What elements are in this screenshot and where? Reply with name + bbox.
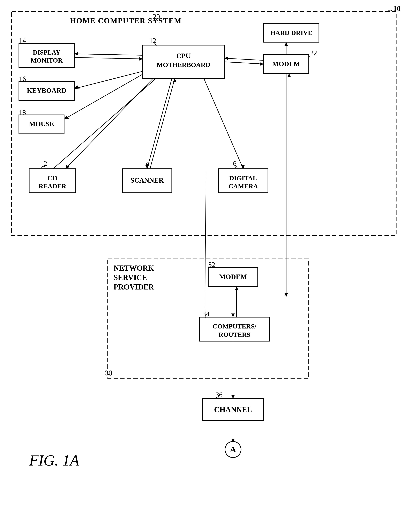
- ref-16: 16: [19, 75, 26, 83]
- ref-10: 10: [393, 4, 401, 12]
- svg-line-31: [150, 78, 175, 169]
- cd-label-line2: READER: [39, 182, 66, 190]
- digital-label-line1: DIGITAL: [229, 175, 257, 182]
- comp-router-label2: ROUTERS: [219, 331, 250, 338]
- nsp-label-line1: NETWORK: [114, 264, 154, 272]
- hard-drive-label: HARD DRIVE: [270, 29, 312, 36]
- point-a-label: A: [230, 445, 236, 454]
- svg-line-14: [224, 62, 264, 64]
- svg-line-20: [74, 57, 143, 59]
- ref-22: 22: [310, 49, 317, 57]
- nsp-label-line3: PROVIDER: [114, 283, 154, 291]
- ref-32: 32: [208, 261, 215, 268]
- svg-marker-13: [284, 42, 288, 46]
- digital-label-line2: CAMERA: [228, 182, 258, 190]
- svg-line-16: [224, 58, 264, 60]
- fig-label: FIG. 1A: [29, 452, 79, 469]
- svg-marker-34: [241, 165, 245, 169]
- svg-line-24: [64, 74, 143, 119]
- cd-label-line1: CD: [48, 174, 57, 182]
- home-system-label: HOME COMPUTER SYSTEM: [70, 17, 182, 25]
- svg-marker-45: [235, 287, 238, 290]
- ref-30: 30: [105, 369, 112, 377]
- scanner-label: SCANNER: [130, 176, 164, 184]
- svg-line-26: [66, 78, 153, 169]
- nsp-modem-label: MODEM: [219, 273, 247, 280]
- svg-marker-25: [64, 116, 69, 119]
- svg-marker-19: [74, 52, 78, 56]
- ref-12: 12: [149, 37, 156, 44]
- svg-marker-38: [287, 74, 291, 77]
- display-label-line2: MONITOR: [30, 57, 63, 64]
- cpu-label-line1: CPU: [176, 52, 191, 60]
- nsp-label-line2: SERVICE: [114, 273, 147, 282]
- modem-top-label: MODEM: [272, 60, 300, 68]
- svg-marker-36: [284, 293, 288, 297]
- svg-marker-15: [260, 62, 264, 66]
- svg-line-28: [147, 78, 172, 169]
- svg-line-18: [74, 54, 143, 55]
- ref-34: 34: [202, 310, 209, 318]
- svg-marker-32: [173, 78, 177, 82]
- channel-label: CHANNEL: [214, 405, 252, 414]
- svg-marker-47: [231, 395, 235, 399]
- comp-router-label1: COMPUTERS/: [213, 323, 256, 330]
- ref-14: 14: [19, 37, 26, 44]
- ref-2: 2: [44, 160, 47, 167]
- svg-marker-43: [231, 314, 235, 317]
- ref-18: 18: [19, 109, 26, 116]
- display-label-line1: DISPLAY: [33, 49, 60, 56]
- mouse-label: MOUSE: [29, 120, 54, 128]
- svg-marker-17: [224, 57, 228, 60]
- svg-line-33: [204, 78, 243, 169]
- keyboard-label: KEYBOARD: [27, 87, 66, 94]
- svg-marker-23: [74, 85, 80, 89]
- main-svg: 10 HOME COMPUTER SYSTEM 20 HARD DRIVE CP…: [0, 0, 412, 532]
- ref-20: 20: [153, 13, 160, 20]
- diagram-container: 10 HOME COMPUTER SYSTEM 20 HARD DRIVE CP…: [0, 0, 412, 532]
- cpu-label-line2: MOTHERBOARD: [157, 61, 210, 68]
- svg-marker-21: [139, 57, 143, 61]
